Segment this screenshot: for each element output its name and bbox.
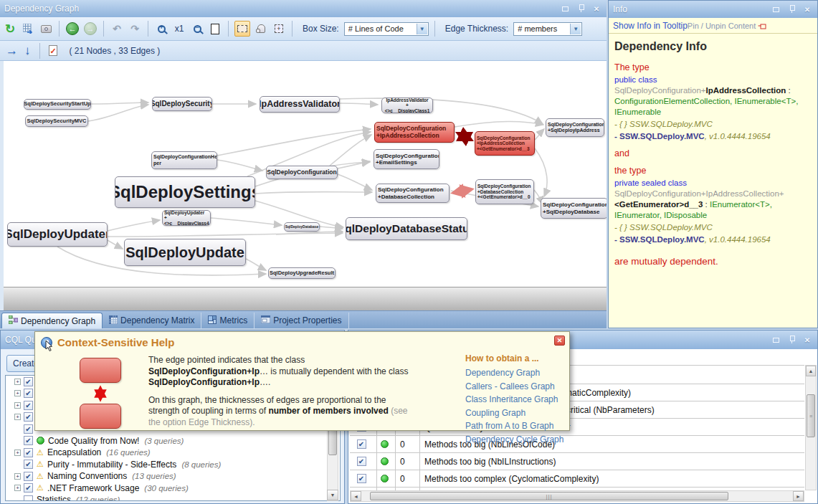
pin-unpin-content-link[interactable]: Pin / Unpin Content [688, 22, 756, 30]
selection-mode-button[interactable] [234, 21, 250, 37]
tree-checkbox[interactable]: ✔ [24, 412, 33, 422]
table-row[interactable]: ✔0Methods too complex (CyclomaticComplex… [350, 470, 804, 488]
back-button[interactable]: ← [65, 21, 80, 37]
graph-node[interactable]: SqlDeployConfiguration +DatabaseCollecti… [475, 179, 534, 204]
graph-node[interactable]: SqlDeploySecurityMVC [25, 115, 88, 127]
zoom-region-icon[interactable]: + [272, 21, 286, 37]
expand-plus-icon[interactable]: + [14, 485, 21, 491]
tab-dependency-graph[interactable]: Dependency Graph [1, 313, 103, 328]
refresh-icon[interactable]: ↻ [3, 21, 17, 37]
graph-node[interactable]: SqlDeploySettings [115, 176, 255, 208]
undo-icon[interactable]: ↶ [110, 21, 124, 37]
tree-checkbox[interactable]: ✔ [24, 483, 33, 493]
help-link-coupling-graph[interactable]: Coupling Graph [465, 408, 566, 418]
results-vertical-scrollbar[interactable]: ▲ ≡ [805, 365, 817, 490]
tree-item[interactable]: ✔Code Quality from Now!(3 queries) [6, 435, 340, 447]
zoom-out-icon[interactable]: − [190, 21, 204, 37]
export-to-matrix-icon[interactable] [21, 21, 35, 37]
tree-item[interactable]: Statistics(12 queries) [6, 494, 340, 501]
tree-checkbox[interactable]: ✔ [24, 448, 33, 457]
zoom-in-icon[interactable]: + [154, 21, 168, 37]
close-icon[interactable]: ✕ [591, 4, 602, 14]
pin-icon[interactable] [786, 335, 797, 345]
redo-icon[interactable]: ↷ [128, 21, 142, 37]
row-checkbox[interactable]: ✔ [357, 439, 366, 449]
close-icon[interactable]: ✕ [802, 4, 813, 14]
scroll-right-icon[interactable]: ► [793, 491, 804, 501]
graph-node[interactable]: SqlDeployConfiguration +SqlDeployDatabas… [541, 198, 607, 219]
tree-item[interactable]: ✔⚠Purity - Immutability - Side-Effects(8… [6, 459, 340, 471]
tree-checkbox[interactable]: ✔ [24, 460, 33, 469]
tree-checkbox[interactable]: ✔ [24, 377, 33, 386]
tab-metrics[interactable]: Metrics [201, 313, 255, 328]
graph-node[interactable]: SqlDeployDatabaseStatus [346, 217, 467, 240]
tree-item[interactable]: +✔⚠Encapsulation(16 queries) [6, 447, 340, 459]
graph-node[interactable]: IpAddressValidator [260, 96, 340, 113]
graph-node[interactable]: SqlDeployConfiguration +SqlDeployIpAddre… [546, 118, 604, 137]
graph-node[interactable]: SqlDeployUpdate [124, 239, 246, 266]
tab-dependency-matrix[interactable]: Dependency Matrix [103, 313, 201, 328]
tree-checkbox[interactable]: ✔ [24, 424, 33, 434]
close-icon[interactable]: ✕ [554, 336, 565, 346]
expand-plus-icon[interactable]: + [14, 379, 21, 385]
restore-icon[interactable] [770, 335, 781, 345]
scrollbar-thumb[interactable]: ||| [370, 492, 728, 500]
pin-icon[interactable] [575, 4, 586, 14]
graph-node[interactable]: SqlDeployUpdater [7, 222, 108, 247]
help-link-dependency-graph[interactable]: Dependency Graph [465, 368, 566, 378]
graph-node[interactable]: SqlDeployConfiguration +EmailSettings [374, 149, 439, 169]
graph-node[interactable]: SqlDeployDatabase [284, 222, 320, 232]
help-link-class-inheritance-graph[interactable]: Class Inheritance Graph [465, 394, 566, 404]
check-document-icon[interactable] [49, 45, 57, 56]
help-link-path-from-a-to-b-graph[interactable]: Path from A to B Graph [465, 421, 566, 431]
help-link-dependency-cycle-graph[interactable]: Dependency Cycle Graph [465, 434, 566, 444]
show-info-in-tooltip-link[interactable]: Show Info in Tooltip [613, 21, 688, 31]
graph-node[interactable]: SqlDeployConfiguration +DatabaseCollecti… [376, 184, 450, 203]
graph-node[interactable]: SqlDeploySecurity [152, 97, 212, 111]
pin-icon[interactable] [786, 4, 797, 14]
row-checkbox[interactable]: ✔ [357, 474, 366, 483]
row-checkbox[interactable]: ✔ [357, 457, 366, 466]
tree-checkbox[interactable]: ✔ [24, 401, 33, 410]
expand-plus-icon[interactable]: + [14, 390, 21, 396]
graph-canvas[interactable]: SqlDeploySecurityStartUpSqlDeploySecurit… [0, 61, 607, 310]
graph-node[interactable]: SqlDeployUpgradeResult [268, 267, 336, 279]
graph-node[interactable]: SqlDeployConfigurationHel per [151, 151, 217, 169]
pan-mode-icon[interactable] [254, 21, 268, 37]
graph-node[interactable]: SqlDeployUpdater +<>c__DisplayClass4 [162, 210, 211, 226]
layout-horizontal-icon[interactable]: → [6, 44, 18, 58]
graph-node[interactable]: SqlDeployConfiguration +IpAddressCollect… [475, 131, 535, 156]
tree-checkbox[interactable]: ✔ [24, 389, 33, 398]
scroll-down-icon[interactable]: ▼ [327, 490, 338, 500]
restore-icon[interactable] [770, 4, 781, 14]
table-row[interactable]: ✔0Methods too big (NbILInstructions) [350, 453, 804, 470]
tree-checkbox[interactable]: ✔ [24, 472, 33, 481]
zoom-level-label[interactable]: x1 [172, 21, 186, 37]
tab-project-properties[interactable]: Project Properties [255, 313, 348, 328]
table-row[interactable]: ✔0Methods too big (NbLinesOfCode) [350, 436, 804, 453]
graph-node[interactable]: IpAddressValidator +<>c__DisplayClass1 [381, 98, 433, 113]
graph-node[interactable]: SqlDeploySecurityStartUp [24, 99, 91, 110]
tree-item[interactable]: +✔⚠.NET Framework Usage(30 queries) [6, 482, 340, 495]
box-size-dropdown[interactable]: # Lines of Code ▼ [344, 22, 429, 36]
tree-checkbox[interactable] [24, 495, 33, 501]
close-icon[interactable]: ✕ [802, 335, 813, 345]
results-horizontal-scrollbar[interactable]: ◄ ||| ► [350, 490, 804, 502]
forward-button[interactable]: → [83, 21, 98, 37]
expand-plus-icon[interactable]: + [14, 402, 21, 409]
graph-node[interactable]: SqlDeployConfiguration [266, 166, 338, 179]
expand-plus-icon[interactable]: + [14, 450, 21, 456]
tree-item[interactable]: +✔⚠Naming Conventions(13 queries) [6, 470, 340, 482]
red-pin-icon[interactable] [758, 22, 766, 29]
layout-vertical-icon[interactable]: ↓ [24, 44, 31, 58]
tree-checkbox[interactable]: ✔ [24, 436, 33, 445]
graph-node[interactable]: SqlDeployConfiguration +IpAddressCollect… [374, 122, 455, 143]
edge-thickness-dropdown[interactable]: # members ▼ [513, 22, 582, 36]
help-link-callers-callees-graph[interactable]: Callers - Callees Graph [465, 381, 566, 391]
expand-plus-icon[interactable]: + [14, 414, 21, 420]
expand-plus-icon[interactable]: + [14, 473, 21, 480]
restore-icon[interactable] [559, 4, 571, 14]
scroll-up-icon[interactable]: ▲ [806, 366, 816, 376]
fit-to-page-icon[interactable] [208, 21, 222, 37]
camera-icon[interactable] [39, 21, 53, 37]
